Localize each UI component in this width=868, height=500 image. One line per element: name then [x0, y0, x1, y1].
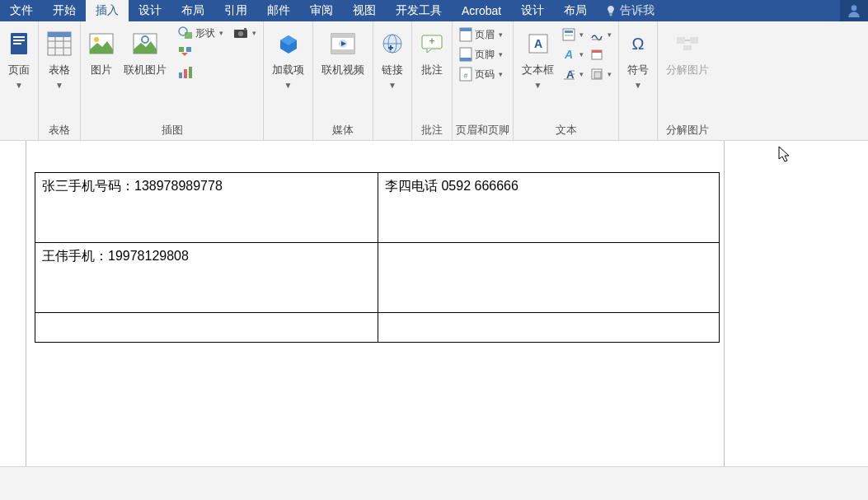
symbol-button[interactable]: Ω 符号 ▼: [622, 23, 654, 93]
decompose-button[interactable]: 分解图片: [661, 23, 714, 81]
menu-mail[interactable]: 邮件: [257, 0, 300, 21]
screenshot-button[interactable]: ▾: [230, 23, 260, 43]
addins-button[interactable]: 加载项 ▼: [267, 23, 309, 93]
chevron-down-icon: ▾: [499, 30, 503, 39]
dropcap-button[interactable]: A▾: [559, 64, 587, 84]
svg-text:#: #: [463, 72, 467, 80]
picture-button[interactable]: 图片: [84, 23, 119, 82]
ribbon-group-comments: + 批注 批注: [412, 21, 453, 140]
chevron-down-icon: ▼: [55, 81, 63, 90]
online-picture-button[interactable]: 联机图片: [119, 23, 171, 82]
links-group-label: [377, 122, 408, 140]
pagenum-icon: #: [459, 67, 472, 82]
table-icon: [47, 31, 72, 56]
document-table[interactable]: 张三手机号码：138978989778 李四电话 0592 666666 王伟手…: [35, 172, 720, 343]
table-cell[interactable]: 李四电话 0592 666666: [378, 173, 720, 243]
ribbon-group-pages: 页面 ▼: [0, 21, 39, 140]
svg-rect-19: [179, 72, 182, 78]
media-group-label: 媒体: [317, 119, 369, 140]
footer-button[interactable]: 页脚 ▾: [456, 44, 509, 64]
online-video-button[interactable]: 联机视频: [317, 23, 369, 81]
chart-button[interactable]: [175, 63, 227, 82]
table-cell[interactable]: [378, 243, 720, 313]
svg-rect-44: [565, 35, 573, 36]
document-area[interactable]: 张三手机号码：138978989778 李四电话 0592 666666 王伟手…: [0, 141, 868, 466]
chevron-down-icon: ▼: [634, 81, 642, 90]
chevron-down-icon: ▼: [15, 81, 23, 90]
menu-bar: 文件 开始 插入 设计 布局 引用 邮件 审阅 视图 开发工具 Acrobat …: [0, 0, 868, 21]
menu-review[interactable]: 审阅: [300, 0, 343, 21]
menu-acrobat[interactable]: Acrobat: [452, 0, 511, 21]
svg-rect-43: [565, 30, 573, 33]
svg-rect-2: [13, 36, 25, 38]
svg-text:+: +: [429, 35, 434, 47]
table-cell[interactable]: 张三手机号码：138978989778: [35, 173, 378, 243]
ribbon-group-header-footer: 页眉 ▾ 页脚 ▾ # 页码 ▾ 页眉和页脚: [453, 21, 514, 140]
menu-layout[interactable]: 布局: [171, 0, 214, 21]
status-bar: [0, 466, 868, 500]
menu-view[interactable]: 视图: [343, 0, 386, 21]
text-group-label: 文本: [517, 119, 615, 140]
table-cell[interactable]: 王伟手机：19978129808: [35, 243, 378, 313]
smartart-button[interactable]: [175, 43, 227, 63]
menu-design[interactable]: 设计: [129, 0, 171, 21]
svg-text:A: A: [564, 48, 573, 61]
chevron-down-icon: ▾: [579, 50, 584, 58]
menu-home[interactable]: 开始: [43, 0, 86, 21]
ribbon-group-symbols: Ω 符号 ▼: [619, 21, 658, 140]
pages-label: 页面: [8, 63, 30, 77]
picture-icon: [89, 33, 114, 54]
object-button[interactable]: ▾: [587, 64, 615, 84]
shapes-icon: [178, 26, 193, 40]
wordart-button[interactable]: A▾: [559, 44, 587, 64]
symbols-group-label: [622, 122, 654, 140]
svg-rect-27: [331, 49, 354, 54]
pagenum-button[interactable]: # 页码 ▾: [456, 64, 509, 84]
textbox-button[interactable]: A 文本框 ▼: [517, 23, 559, 93]
chevron-down-icon: ▾: [499, 50, 503, 58]
table-button[interactable]: 表格 ▼: [42, 23, 77, 93]
chevron-down-icon: ▾: [579, 30, 584, 39]
header-icon: [459, 27, 472, 42]
ribbon-group-media: 联机视频 媒体: [313, 21, 373, 140]
header-button[interactable]: 页眉 ▾: [456, 25, 509, 44]
table-row[interactable]: [35, 313, 720, 343]
page-icon: [9, 31, 29, 56]
menu-insert[interactable]: 插入: [86, 0, 129, 21]
svg-rect-24: [244, 28, 246, 30]
comments-group-label: 批注: [415, 119, 448, 140]
menu-references[interactable]: 引用: [214, 0, 257, 21]
menu-devtools[interactable]: 开发工具: [386, 0, 452, 21]
link-button[interactable]: 链接 ▼: [377, 23, 408, 93]
svg-rect-26: [331, 34, 354, 38]
pages-button[interactable]: 页面 ▼: [3, 23, 35, 93]
menu-design2[interactable]: 设计: [511, 0, 554, 21]
shapes-button[interactable]: 形状 ▾: [175, 23, 227, 43]
ribbon-group-decompose: 分解图片 分解图片: [658, 21, 717, 140]
chevron-down-icon: ▾: [579, 70, 584, 78]
datetime-icon: [590, 48, 603, 61]
table-row[interactable]: 张三手机号码：138978989778 李四电话 0592 666666: [35, 173, 720, 243]
menu-file[interactable]: 文件: [0, 0, 43, 21]
svg-rect-6: [48, 32, 71, 37]
table-cell[interactable]: [378, 313, 720, 343]
comment-button[interactable]: + 批注: [415, 23, 448, 81]
online-video-label: 联机视频: [321, 63, 364, 77]
quickparts-button[interactable]: ▾: [559, 25, 587, 44]
svg-point-12: [94, 37, 99, 42]
ribbon-group-text: A 文本框 ▼ ▾ A▾ A▾ ▾ ▾ 文本: [514, 21, 619, 140]
menu-layout2[interactable]: 布局: [554, 0, 597, 21]
table-cell[interactable]: [35, 313, 378, 343]
svg-rect-52: [592, 50, 602, 53]
table-row[interactable]: 王伟手机：19978129808: [35, 243, 720, 313]
account-button[interactable]: [840, 0, 868, 21]
datetime-button[interactable]: [587, 44, 615, 64]
tell-me-label: 告诉我: [620, 3, 655, 18]
svg-rect-56: [677, 37, 685, 44]
quickparts-icon: [562, 28, 575, 41]
signature-button[interactable]: ▾: [587, 25, 615, 44]
ribbon-group-illustrations: 图片 联机图片 形状 ▾: [81, 21, 264, 140]
object-icon: [590, 68, 603, 81]
tell-me[interactable]: 告诉我: [597, 0, 663, 21]
footer-label: 页脚: [475, 48, 495, 62]
